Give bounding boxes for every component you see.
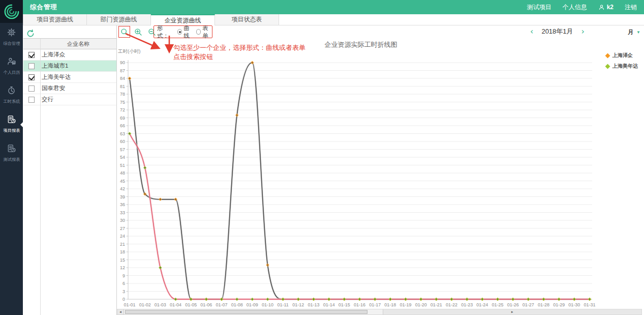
company-checkbox[interactable] [28,74,35,80]
nav-test-project[interactable]: 测试项目 [527,3,551,12]
prev-month-icon[interactable]: ‹ [530,27,533,36]
svg-text:01-19: 01-19 [400,302,411,307]
svg-text:51: 51 [120,163,125,168]
radio-icon [196,29,201,35]
svg-text:78: 78 [120,92,125,97]
refresh-icon[interactable] [26,29,35,38]
sidebar-item-label: 测试报表 [3,157,20,163]
svg-text:36: 36 [120,202,125,207]
company-checkbox[interactable] [28,52,35,58]
next-month-icon[interactable]: › [581,27,585,36]
period-dropdown[interactable]: 月 ▼ [628,28,640,36]
form-type-radios: 曲线表单 [174,24,212,40]
svg-text:6: 6 [122,281,125,286]
svg-text:33: 33 [120,210,125,215]
search-icon[interactable] [119,26,130,38]
company-name: 上海泽众 [42,51,65,59]
app-logo-icon[interactable] [0,0,23,23]
nav-profile[interactable]: 个人信息 [563,3,587,12]
svg-text:01-02: 01-02 [139,302,151,307]
svg-text:01-17: 01-17 [369,302,381,307]
sidebar-item-project-reports[interactable]: 项目报表 [0,110,23,139]
svg-text:60: 60 [120,139,125,144]
form-type-radio-曲线[interactable]: 曲线 [177,24,193,40]
svg-text:42: 42 [120,186,125,191]
zoom-in-icon[interactable] [133,26,144,38]
nav-username: k2 [607,4,614,11]
svg-text:01-05: 01-05 [185,302,197,307]
svg-text:01-22: 01-22 [446,302,457,307]
svg-text:01-01: 01-01 [124,302,135,307]
company-row[interactable]: 上海泽众 [23,49,116,61]
scrollbar-thumb[interactable] [125,310,367,314]
company-name: 上海美年达 [42,73,71,81]
svg-text:27: 27 [120,226,125,231]
svg-text:01-31: 01-31 [584,302,595,307]
company-row[interactable]: 交行 [23,94,116,105]
svg-text:3: 3 [122,289,125,294]
svg-text:21: 21 [120,242,125,247]
company-name: 国泰君安 [42,84,65,92]
gear-icon [7,28,16,39]
svg-text:24: 24 [120,234,125,239]
company-checkbox[interactable] [28,85,35,92]
svg-text:01-06: 01-06 [200,302,212,307]
table-column-divider [40,39,41,315]
date-nav: ‹ 2018年1月 › [530,27,585,36]
svg-text:工时(小时): 工时(小时) [118,48,140,54]
company-name: 上海城市1 [42,62,68,70]
svg-text:01-27: 01-27 [523,302,534,307]
form-type-label: 形式： [157,24,172,40]
form-type-group: 形式： 曲线表单 [154,26,212,38]
tab-project-resource[interactable]: 项目资源曲线 [23,14,87,25]
svg-text:01-28: 01-28 [538,302,549,307]
company-name: 交行 [42,96,53,103]
company-checkbox[interactable] [28,97,35,103]
clock-icon [7,86,16,97]
scroll-right-icon[interactable]: ► [383,309,642,314]
tab-dept-resource[interactable]: 部门资源曲线 [87,14,151,25]
svg-text:72: 72 [120,107,125,112]
main-area: 项目资源曲线部门资源曲线企业资源曲线项目状态表 企业名称 上海泽众上海城市1上海… [23,14,644,315]
svg-text:01-03: 01-03 [155,302,166,307]
company-row[interactable]: 上海美年达 [23,72,116,83]
svg-text:01-29: 01-29 [553,302,565,307]
svg-text:12: 12 [120,265,125,270]
company-name-column-header: 企业名称 [40,39,116,49]
sidebar-item-timesheet[interactable]: 工时系统 [0,81,23,110]
right-column: 综合管理 测试项目 个人信息 k2 注销 项目资源曲线部门资源曲线企业资源曲线项… [23,0,644,315]
tab-project-status[interactable]: 项目状态表 [215,14,279,25]
svg-text:01-26: 01-26 [507,302,519,307]
svg-text:18: 18 [120,249,125,254]
svg-text:45: 45 [120,179,125,184]
svg-text:69: 69 [120,116,125,121]
radio-icon [177,29,182,35]
scrollbar-track[interactable] [124,309,383,314]
chevron-down-icon: ▼ [636,30,640,35]
svg-text:15: 15 [120,257,125,263]
svg-text:01-24: 01-24 [476,302,488,307]
svg-text:01-23: 01-23 [461,302,473,307]
company-checkbox[interactable] [28,63,35,69]
scroll-left-icon[interactable]: ◄ [117,309,124,314]
svg-text:01-10: 01-10 [262,302,273,307]
svg-text:01-16: 01-16 [354,302,365,307]
nav-user[interactable]: k2 [598,4,614,11]
svg-text:9: 9 [122,273,125,278]
user-icon [598,4,605,11]
nav-logout[interactable]: 注销 [625,3,637,12]
sidebar-item-general[interactable]: 综合管理 [0,23,23,52]
company-row[interactable]: 上海城市1 [23,61,116,72]
company-row[interactable]: 国泰君安 [23,83,116,94]
form-type-radio-表单[interactable]: 表单 [196,24,212,40]
svg-text:75: 75 [120,100,125,105]
sidebar-item-test-reports[interactable]: 测试报表 [0,139,23,168]
svg-text:01-09: 01-09 [247,302,258,307]
line-chart: 0369121518212427303336394245485154576063… [117,45,623,307]
svg-text:01-30: 01-30 [568,302,580,307]
svg-text:81: 81 [120,84,125,89]
svg-text:39: 39 [120,194,125,199]
svg-text:66: 66 [120,123,125,128]
sidebar-item-calendar[interactable]: 个人日历 [0,52,23,81]
svg-text:84: 84 [120,76,125,81]
